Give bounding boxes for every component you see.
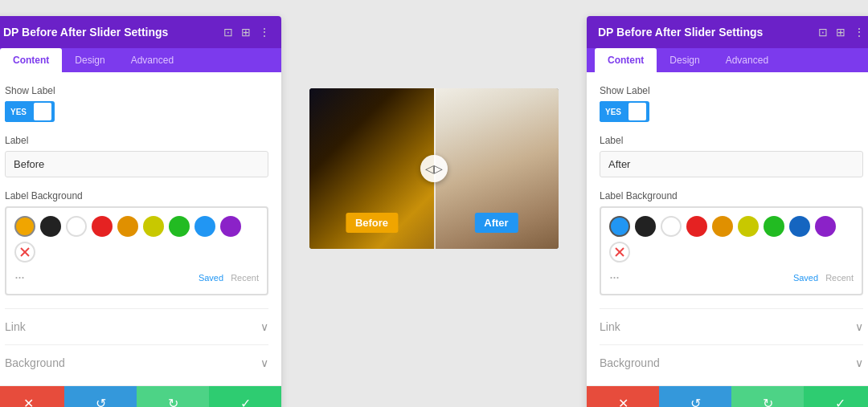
- reset-button-right[interactable]: ↺: [659, 386, 731, 407]
- left-panel-body: Show Label YES Label Label Background: [0, 72, 281, 385]
- color-purple-right[interactable]: [815, 216, 836, 237]
- show-label-label-right: Show Label: [600, 85, 863, 96]
- redo-button-left[interactable]: ↻: [137, 386, 209, 407]
- divider-handle[interactable]: ◁▷: [420, 155, 448, 182]
- right-panel-footer: ✕ ↺ ↻ ✓: [587, 385, 868, 407]
- label-input-right[interactable]: [600, 151, 863, 177]
- left-panel-header-icons: ⊡ ⊞ ⋮: [223, 26, 270, 39]
- toggle-yes-right: YES: [600, 101, 627, 122]
- background-header-right[interactable]: Background ∨: [600, 356, 863, 377]
- label-background-group-left: Label Background ···: [5, 190, 268, 295]
- link-section-right: Link ∨: [600, 308, 863, 341]
- background-chevron-right: ∨: [855, 356, 863, 369]
- link-chevron-right: ∨: [855, 320, 863, 333]
- label-field-group-right: Label: [600, 135, 863, 177]
- color-picker-right: ··· Saved Recent: [600, 206, 863, 295]
- color-green-left[interactable]: [169, 216, 190, 237]
- color-blue2-right[interactable]: [789, 216, 810, 237]
- color-blue-left[interactable]: [194, 216, 215, 237]
- more-icon-right[interactable]: ⋮: [854, 26, 865, 39]
- tab-content-right[interactable]: Content: [595, 48, 657, 72]
- link-header-right[interactable]: Link ∨: [600, 320, 863, 341]
- saved-label-left[interactable]: Saved: [199, 273, 223, 283]
- before-after-slider[interactable]: Before After ◁▷: [309, 88, 559, 249]
- recent-label-right[interactable]: Recent: [825, 273, 854, 283]
- color-red-right[interactable]: [686, 216, 707, 237]
- right-panel-tabs: Content Design Advanced: [587, 48, 868, 72]
- save-button-left[interactable]: ✓: [209, 386, 281, 407]
- label-field-label-left: Label: [5, 135, 268, 146]
- saved-recent-right: Saved Recent: [793, 273, 854, 283]
- link-title-left: Link: [5, 320, 26, 333]
- save-button-right[interactable]: ✓: [804, 386, 868, 407]
- color-white-right[interactable]: [661, 216, 682, 237]
- saved-label-right[interactable]: Saved: [793, 273, 818, 283]
- color-black-left[interactable]: [40, 216, 61, 237]
- toggle-yes-left: YES: [5, 101, 32, 122]
- color-white-left[interactable]: [66, 216, 87, 237]
- cancel-button-right[interactable]: ✕: [587, 386, 659, 407]
- color-blue-selected-right[interactable]: [609, 216, 630, 237]
- color-eraser-left[interactable]: [14, 242, 35, 263]
- color-row-right: [609, 216, 854, 263]
- show-label-group-right: Show Label YES: [600, 85, 863, 122]
- show-label-toggle-right[interactable]: YES: [600, 101, 649, 122]
- grid-icon-right[interactable]: ⊞: [836, 26, 845, 39]
- color-footer-right: ··· Saved Recent: [609, 269, 854, 286]
- color-yellow-right[interactable]: [738, 216, 759, 237]
- right-panel-header: DP Before After Slider Settings ⊡ ⊞ ⋮: [587, 16, 868, 48]
- tab-content-left[interactable]: Content: [0, 48, 62, 72]
- cancel-button-left[interactable]: ✕: [0, 386, 64, 407]
- tab-design-right[interactable]: Design: [657, 48, 712, 72]
- redo-button-right[interactable]: ↻: [731, 386, 804, 407]
- before-label: Before: [346, 213, 398, 233]
- more-dots-left[interactable]: ···: [14, 269, 24, 286]
- grid-icon[interactable]: ⊞: [241, 26, 251, 39]
- label-field-label-right: Label: [600, 135, 863, 146]
- recent-label-left[interactable]: Recent: [231, 273, 259, 283]
- color-purple-left[interactable]: [220, 216, 241, 237]
- color-gold-right[interactable]: [712, 216, 733, 237]
- left-panel: DP Before After Slider Settings ⊡ ⊞ ⋮ Co…: [0, 16, 281, 407]
- label-input-left[interactable]: [5, 151, 268, 177]
- tab-design-left[interactable]: Design: [62, 48, 117, 72]
- color-red-left[interactable]: [92, 216, 113, 237]
- background-title-right: Background: [600, 356, 660, 369]
- link-header-left[interactable]: Link ∨: [5, 320, 268, 341]
- expand-icon-right[interactable]: ⊡: [818, 26, 828, 39]
- color-gold-left[interactable]: [117, 216, 138, 237]
- color-row-left: [14, 216, 259, 263]
- color-eraser-right[interactable]: [609, 242, 630, 263]
- left-panel-title: DP Before After Slider Settings: [3, 26, 168, 39]
- more-icon[interactable]: ⋮: [259, 26, 270, 39]
- color-yellow-left[interactable]: [143, 216, 164, 237]
- link-chevron-left: ∨: [260, 320, 268, 333]
- saved-recent-left: Saved Recent: [199, 273, 259, 283]
- left-panel-tabs: Content Design Advanced: [0, 48, 281, 72]
- label-field-group-left: Label: [5, 135, 268, 177]
- before-half: Before: [309, 88, 434, 249]
- color-footer-left: ··· Saved Recent: [14, 269, 259, 286]
- tab-advanced-right[interactable]: Advanced: [713, 48, 781, 72]
- link-section-left: Link ∨: [5, 308, 268, 341]
- toggle-knob-left: [34, 103, 51, 120]
- toggle-knob-right: [628, 103, 646, 120]
- reset-button-left[interactable]: ↺: [64, 386, 137, 407]
- right-panel-body: Show Label YES Label Label Background: [587, 72, 868, 385]
- expand-icon[interactable]: ⊡: [223, 26, 233, 39]
- more-dots-right[interactable]: ···: [609, 269, 619, 286]
- after-half: After: [434, 88, 559, 249]
- right-panel-title: DP Before After Slider Settings: [598, 26, 763, 39]
- left-panel-header: DP Before After Slider Settings ⊡ ⊞ ⋮: [0, 16, 281, 48]
- right-panel: DP Before After Slider Settings ⊡ ⊞ ⋮ Co…: [587, 16, 868, 407]
- label-background-label-left: Label Background: [5, 190, 268, 201]
- background-chevron-left: ∨: [260, 356, 268, 369]
- color-orange-left[interactable]: [14, 216, 35, 237]
- show-label-toggle-left[interactable]: YES: [5, 101, 55, 122]
- color-green-right[interactable]: [764, 216, 784, 237]
- background-header-left[interactable]: Background ∨: [5, 356, 268, 377]
- tab-advanced-left[interactable]: Advanced: [118, 48, 186, 72]
- color-black-right[interactable]: [635, 216, 656, 237]
- label-background-label-right: Label Background: [600, 190, 863, 201]
- label-background-group-right: Label Background ···: [600, 190, 863, 295]
